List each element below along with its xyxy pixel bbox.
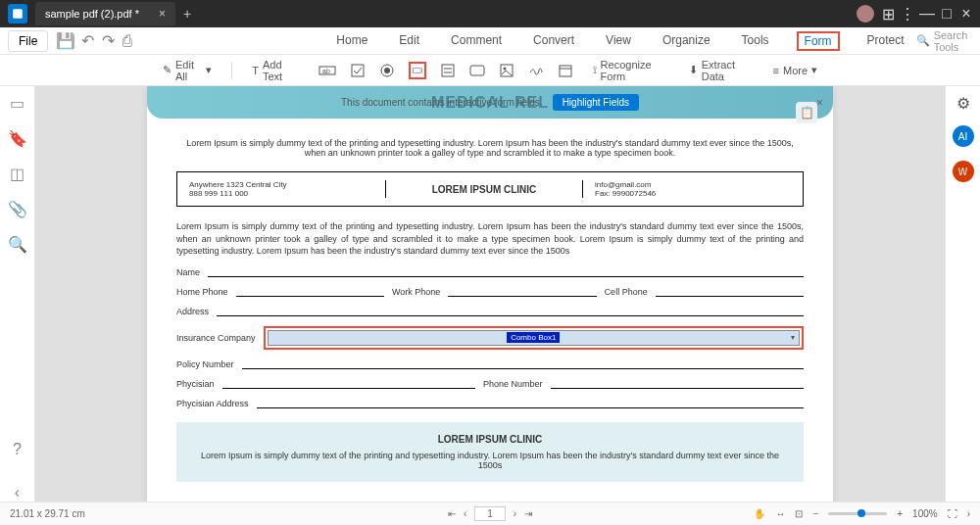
layers-icon[interactable]: ◫ (9, 165, 26, 182)
close-icon[interactable]: × (960, 8, 972, 20)
edit-all-button[interactable]: ✎ Edit All ▾ (157, 56, 218, 85)
listbox-icon[interactable] (440, 62, 456, 79)
text-field-icon[interactable]: ab (318, 62, 336, 79)
button-field-icon[interactable] (469, 62, 485, 79)
last-page-icon[interactable]: ⇥ (524, 508, 532, 519)
checkbox-icon[interactable] (350, 62, 366, 79)
office-icon[interactable]: W (953, 161, 974, 182)
menu-view[interactable]: View (602, 31, 635, 51)
undo-icon[interactable]: ↶ (81, 33, 94, 49)
user-avatar-icon[interactable] (857, 5, 874, 23)
menu-comment[interactable]: Comment (447, 31, 506, 51)
titlebar: sample pdf (2).pdf * × + ⊞ ⋮ — □ × (0, 0, 980, 27)
menu-items: Home Edit Comment Convert View Organize … (332, 31, 907, 51)
footer-title: LOREM IPSUM CLINIC (188, 434, 792, 445)
physician-addr-row: Phycisian Address (176, 399, 804, 408)
tab-close-icon[interactable]: × (159, 7, 166, 21)
save-icon[interactable]: 💾 (58, 33, 74, 49)
name-field[interactable] (208, 267, 804, 277)
zoom-in-icon[interactable]: + (897, 508, 903, 519)
file-menu[interactable]: File (8, 30, 48, 52)
prev-page-icon[interactable]: ‹ (464, 508, 466, 519)
physician-field[interactable] (222, 379, 475, 389)
cell-phone-field[interactable] (656, 287, 804, 297)
menu-protect[interactable]: Protect (863, 31, 908, 51)
radio-icon[interactable] (379, 62, 395, 79)
chevron-down-icon: ▾ (811, 64, 817, 76)
more-lines-icon: ≡ (773, 65, 779, 76)
add-text-button[interactable]: T Add Text (246, 56, 304, 85)
zoom-slider[interactable] (828, 512, 887, 515)
info-bar: MEDICAL REL This document contains inter… (147, 86, 833, 119)
help-panel-icon[interactable]: ? (9, 441, 26, 458)
more-icon[interactable]: ⋮ (902, 8, 913, 20)
intro-text: Lorem Ipsum is simply dummy text of the … (176, 138, 804, 158)
fit-width-icon[interactable]: ↔ (775, 508, 785, 519)
clinic-contact: info@gmail.com Fax: 9990072546 (583, 180, 791, 198)
new-tab-button[interactable]: + (183, 6, 191, 22)
properties-icon[interactable]: ⚙ (955, 94, 972, 112)
thumbnails-icon[interactable]: ▭ (9, 94, 26, 112)
physician-addr-field[interactable] (257, 399, 804, 408)
phone-number-field[interactable] (551, 379, 804, 389)
attachments-icon[interactable]: 📎 (9, 200, 26, 217)
page-dimensions: 21.01 x 29.71 cm (10, 508, 85, 519)
fit-page-icon[interactable]: ⊡ (795, 508, 803, 519)
date-icon[interactable] (558, 62, 573, 79)
menu-organize[interactable]: Organize (659, 31, 714, 51)
right-sidebar: ⚙ AI W (945, 86, 980, 501)
settings-icon[interactable]: ⊞ (882, 8, 894, 20)
combo-box[interactable]: Combo Box1 ▾ (268, 330, 800, 346)
highlight-fields-button[interactable]: Highlight Fields (553, 94, 639, 111)
recognize-form-button[interactable]: ⟟ Recognize Form (587, 56, 669, 85)
collapse-right-icon[interactable]: › (967, 508, 970, 519)
home-phone-field[interactable] (236, 287, 384, 297)
menubar: File 💾 ↶ ↷ ⎙ Home Edit Comment Convert V… (0, 27, 980, 55)
address-field[interactable] (217, 307, 804, 316)
address-row: Address (176, 307, 804, 316)
next-page-icon[interactable]: › (514, 508, 516, 519)
first-page-icon[interactable]: ⇤ (448, 508, 456, 519)
svg-rect-10 (470, 66, 484, 75)
footer-box: LOREM IPSUM CLINIC Lorem Ipsum is simply… (176, 422, 804, 482)
combo-arrow-icon[interactable]: ▾ (791, 333, 795, 342)
menu-form[interactable]: Form (797, 31, 840, 51)
collapse-left-icon[interactable]: ‹ (9, 484, 26, 501)
redo-icon[interactable]: ↷ (102, 33, 115, 49)
image-field-icon[interactable] (499, 62, 514, 79)
zoom-out-icon[interactable]: − (812, 508, 818, 519)
info-close-icon[interactable]: × (816, 96, 823, 110)
zoom-value[interactable]: 100% (912, 508, 938, 519)
page-input[interactable]: 1 (474, 506, 506, 521)
menu-convert[interactable]: Convert (529, 31, 578, 51)
work-phone-field[interactable] (448, 287, 596, 297)
page-nav: ⇤ ‹ 1 › ⇥ (448, 506, 532, 521)
search-tools[interactable]: 🔍 Search Tools (908, 27, 976, 55)
name-row: Name (176, 267, 804, 277)
extract-data-button[interactable]: ⬇ Extract Data (683, 56, 754, 85)
menu-edit[interactable]: Edit (395, 31, 423, 51)
document-body: Lorem Ipsum is simply dummy text of the … (147, 119, 833, 494)
fullscreen-icon[interactable]: ⛶ (948, 508, 957, 519)
file-tab[interactable]: sample pdf (2).pdf * × (35, 2, 175, 25)
menu-tools[interactable]: Tools (738, 31, 773, 51)
bookmarks-icon[interactable]: 🔖 (9, 129, 26, 147)
combo-box-selection[interactable]: Combo Box1 ▾ (264, 326, 804, 350)
zoom-thumb[interactable] (858, 509, 865, 517)
clipboard-icon[interactable]: 📋 (796, 102, 817, 123)
combobox-icon[interactable] (409, 62, 426, 79)
print-icon[interactable]: ⎙ (122, 33, 132, 49)
search-icon: 🔍 (916, 34, 930, 47)
maximize-icon[interactable]: □ (941, 8, 953, 20)
menu-home[interactable]: Home (332, 31, 371, 51)
header-box: Anywhere 1323 Central City 888 999 111 0… (176, 171, 804, 207)
signature-icon[interactable] (528, 62, 544, 79)
ai-icon[interactable]: AI (953, 125, 974, 147)
policy-field[interactable] (242, 359, 804, 369)
search-panel-icon[interactable]: 🔍 (9, 235, 26, 253)
more-button[interactable]: ≡ More ▾ (767, 61, 823, 79)
footer-text: Lorem Ipsum is simply dummy text of the … (188, 451, 792, 470)
pencil-icon: ✎ (163, 64, 172, 76)
minimize-icon[interactable]: — (921, 8, 933, 20)
hand-tool-icon[interactable]: ✋ (754, 508, 765, 519)
